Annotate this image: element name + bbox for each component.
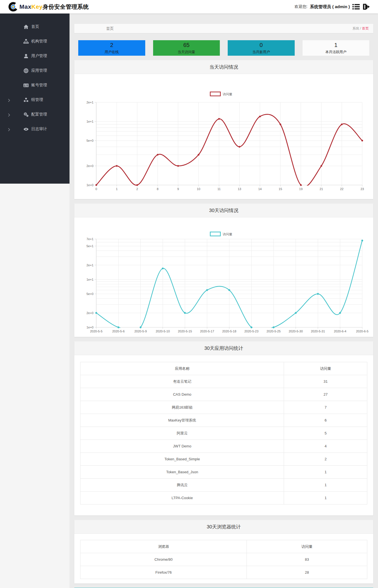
table-cell: 1 <box>284 466 367 479</box>
table-row: 网易163邮箱7 <box>80 401 367 414</box>
main-content: 首页 系统 / 首页 2 用户在线 65 当天访问量 0 当月新用户 1 本月活… <box>70 13 378 588</box>
logo-mark-icon <box>8 2 18 12</box>
data-point <box>95 312 97 314</box>
table-cell: 7 <box>284 401 367 414</box>
svg-text:1e+0: 1e+0 <box>86 183 93 187</box>
svg-text:访问量: 访问量 <box>223 233 232 236</box>
panel-title: 当天访问情况 <box>74 60 373 74</box>
svg-text:2020-5-10: 2020-5-10 <box>156 330 170 333</box>
current-user: 系统管理员 ( admin ) <box>310 4 350 10</box>
app-header: MaxKey身份安全管理系统 欢迎您: 系统管理员 ( admin ) <box>0 0 378 13</box>
svg-text:2e+1: 2e+1 <box>86 263 93 267</box>
chevron-right-icon <box>8 113 10 116</box>
globe-icon <box>23 68 29 73</box>
table-cell: Token_Based_Simple <box>80 453 284 466</box>
menu-list-icon[interactable] <box>352 3 360 10</box>
chart-legend[interactable]: 访问量 <box>210 232 232 236</box>
table-cell: 网易163邮箱 <box>80 401 284 414</box>
table-cell: LTPA-Cookie <box>80 492 284 504</box>
data-point <box>136 184 138 186</box>
table-cell: Chrome/80 <box>80 553 247 566</box>
id-card-icon <box>23 83 29 88</box>
data-point <box>206 289 208 291</box>
chevron-right-icon <box>8 127 10 131</box>
svg-text:1e+0: 1e+0 <box>86 326 93 329</box>
series-line <box>96 114 362 187</box>
data-point <box>116 165 118 167</box>
table-cell: 2 <box>284 453 367 466</box>
eye-icon <box>23 127 29 132</box>
table-header-cell: 访问量 <box>247 540 367 553</box>
table-cell: 1 <box>284 492 367 504</box>
table-row: 腾讯云1 <box>80 479 367 492</box>
table-header-row: 浏览器访问量 <box>80 540 367 553</box>
stat-label: 当天访问量 <box>153 50 220 55</box>
sidebar-item-org-mgmt[interactable]: 机构管理 <box>0 34 70 49</box>
table-row: Chrome/8083 <box>80 553 367 566</box>
breadcrumb-separator: / <box>359 26 362 30</box>
sidebar-item-group-mgmt[interactable]: 组管理 <box>0 93 70 107</box>
panel-today-visits: 当天访问情况 1e+02e+05e+01e+12e+10128910111314… <box>74 60 373 199</box>
stat-card-month-active-users: 1 本月活跃用户 <box>303 40 370 56</box>
data-point <box>341 123 343 125</box>
svg-text:9: 9 <box>177 187 179 191</box>
breadcrumb-section[interactable]: 系统 <box>352 26 359 30</box>
sidebar-item-label: 账号管理 <box>31 83 47 88</box>
table-cell: Token_Based_Json <box>80 466 284 479</box>
data-point <box>239 146 240 148</box>
chart-legend[interactable]: 访问量 <box>210 92 232 96</box>
data-point <box>95 184 97 186</box>
data-point <box>228 289 230 291</box>
table-cell: MaxKey管理系统 <box>80 414 284 427</box>
data-point <box>218 118 220 120</box>
svg-text:1e+1: 1e+1 <box>86 120 93 123</box>
breadcrumb: 首页 系统 / 首页 <box>74 24 373 33</box>
data-point <box>157 154 158 156</box>
table-cell: 有道云笔记 <box>80 375 284 388</box>
table-cell: 83 <box>247 553 367 566</box>
month-visits-chart: 1e+02e+05e+01e+12e+15e+17e+12020-5-52020… <box>74 217 373 337</box>
svg-text:0: 0 <box>95 187 97 191</box>
data-point <box>361 240 363 241</box>
table-row: Token_Based_Simple2 <box>80 453 367 466</box>
data-point <box>118 326 119 328</box>
sidebar-item-config-mgmt[interactable]: 配置管理 <box>0 107 70 122</box>
table-cell: Firefox/76 <box>80 566 247 579</box>
sidebar-item-label: 配置管理 <box>31 112 47 117</box>
svg-text:2020-5-30: 2020-5-30 <box>289 330 303 333</box>
sidebar-item-label: 组管理 <box>31 97 43 102</box>
sidebar-item-label: 机构管理 <box>31 39 47 44</box>
breadcrumb-current[interactable]: 首页 <box>362 26 369 30</box>
sidebar-item-label: 日志审计 <box>31 127 47 132</box>
svg-text:2020-6-5: 2020-6-5 <box>356 330 368 333</box>
sidebar: 首页 机构管理 用户管理 <box>0 13 70 184</box>
stat-label: 当月新用户 <box>228 50 295 55</box>
data-point <box>279 123 281 125</box>
table-header-cell: 应用名称 <box>80 362 284 375</box>
svg-text:21: 21 <box>319 187 323 191</box>
today-visits-chart: 1e+02e+05e+01e+12e+101289101113141519212… <box>74 74 373 199</box>
stat-card-month-new-users: 0 当月新用户 <box>228 40 295 56</box>
chevron-right-icon <box>8 98 10 102</box>
stat-cards-row: 2 用户在线 65 当天访问量 0 当月新用户 1 本月活跃用户 <box>78 40 369 56</box>
table-cell: 5 <box>284 427 367 440</box>
table-cell: 4 <box>284 440 367 453</box>
data-point <box>339 312 341 314</box>
svg-text:5e+1: 5e+1 <box>86 244 93 248</box>
sidebar-item-app-mgmt[interactable]: 应用管理 <box>0 63 70 78</box>
sidebar-item-account-mgmt[interactable]: 账号管理 <box>0 78 70 93</box>
logout-icon[interactable] <box>363 3 370 10</box>
app-logo[interactable]: MaxKey身份安全管理系统 <box>8 0 89 13</box>
sidebar-item-home[interactable]: 首页 <box>0 19 70 34</box>
sidebar-item-log-audit[interactable]: 日志审计 <box>0 122 70 136</box>
table-row: 有道云笔记31 <box>80 375 367 388</box>
table-row: CAS Demo27 <box>80 388 367 401</box>
panel-title: 30天应用访问统计 <box>74 341 373 355</box>
svg-text:2020-5-5: 2020-5-5 <box>90 330 102 333</box>
table-cell: 腾讯云 <box>80 479 284 492</box>
stat-value: 0 <box>228 42 295 48</box>
svg-text:10: 10 <box>197 187 200 191</box>
svg-text:2e+1: 2e+1 <box>86 101 93 104</box>
page-title: 首页 <box>106 26 114 31</box>
sidebar-item-user-mgmt[interactable]: 用户管理 <box>0 49 70 63</box>
